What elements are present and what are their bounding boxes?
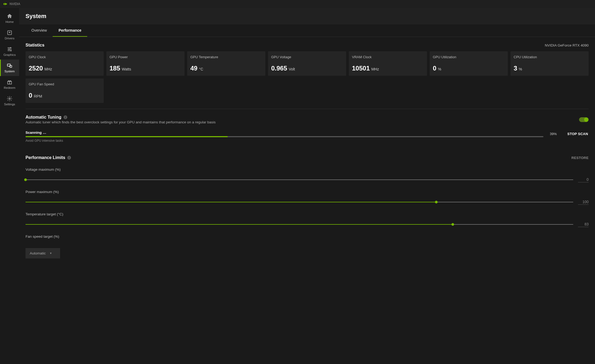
sidebar-item-system[interactable]: System (0, 60, 19, 76)
scan-hint: Avoid GPU intensive tasks (26, 139, 589, 143)
slider-label: Power maximum (%) (26, 190, 589, 194)
power-value[interactable]: 100 (578, 199, 589, 205)
limits-heading: Performance Limits (26, 155, 65, 160)
stat-value: 10501 (352, 65, 370, 72)
automatic-tuning-section: Automatic Tuning i Automatic tuner which… (26, 109, 589, 143)
fan-speed-label: Fan speed target (%) (26, 235, 589, 239)
sidebar-item-label: Redeem (4, 86, 15, 89)
stat-value: 0 (29, 92, 32, 99)
stat-label: GPU Utilization (433, 55, 505, 59)
performance-limits-section: Performance Limits i RESTORE Voltage max… (26, 143, 589, 258)
slider-thumb[interactable] (451, 223, 454, 226)
voltage-value[interactable]: 0 (578, 177, 589, 182)
slider-thumb[interactable] (24, 178, 27, 181)
sliders-icon (7, 46, 12, 52)
automatic-tuning-toggle[interactable] (579, 117, 589, 122)
info-icon[interactable]: i (64, 115, 67, 119)
stat-label: GPU Clock (29, 55, 100, 59)
stat-value: 185 (110, 65, 120, 72)
tuning-heading: Automatic Tuning (26, 115, 61, 120)
scan-status-label: Scanning … (26, 131, 543, 135)
power-slider-group: Power maximum (%) 100 (26, 190, 589, 205)
stat-unit: °C (199, 67, 203, 71)
voltage-slider-group: Voltage maximum (%) 0 (26, 168, 589, 182)
fan-speed-select[interactable]: Automatic ▼ (26, 248, 60, 258)
restore-button[interactable]: RESTORE (571, 156, 589, 160)
sidebar-item-label: Graphics (3, 53, 16, 56)
sidebar: Home Drivers Graphics System Redeem Sett (0, 8, 19, 364)
temperature-value[interactable]: 83 (578, 221, 589, 227)
stat-unit: RPM (34, 94, 42, 98)
chevron-down-icon: ▼ (49, 252, 52, 255)
titlebar-brand: NVIDIA (10, 2, 20, 6)
stat-vram-clock: VRAM Clock 10501 MHz (349, 51, 427, 76)
stat-unit: % (438, 67, 441, 71)
stat-value: 3 (514, 65, 517, 72)
stat-value: 49 (190, 65, 198, 72)
sidebar-item-label: Drivers (5, 37, 14, 40)
stat-value: 0 (433, 65, 436, 72)
stats-grid: GPU Clock 2520 MHz GPU Power 185 Watts G… (26, 51, 589, 103)
power-slider[interactable] (26, 202, 573, 202)
svg-point-1 (10, 47, 11, 48)
gift-icon (7, 79, 12, 85)
statistics-section: Statistics NVIDIA GeForce RTX 4090 GPU C… (26, 37, 589, 109)
sidebar-item-home[interactable]: Home (0, 10, 19, 27)
tab-performance[interactable]: Performance (53, 24, 87, 37)
svg-point-7 (9, 98, 10, 99)
download-box-icon (7, 30, 12, 36)
stat-unit: MHz (44, 67, 52, 71)
page-header: System (19, 8, 595, 24)
sidebar-item-settings[interactable]: Settings (0, 93, 19, 109)
stop-scan-button[interactable]: STOP SCAN (567, 131, 589, 137)
stat-label: GPU Voltage (271, 55, 343, 59)
stat-label: CPU Utilization (514, 55, 585, 59)
stat-label: GPU Power (110, 55, 181, 59)
fan-speed-group: Fan speed target (%) Automatic ▼ (26, 235, 589, 258)
fan-speed-selected: Automatic (30, 251, 46, 255)
gpu-device-name: NVIDIA GeForce RTX 4090 (545, 43, 589, 47)
tuning-description: Automatic tuner which finds the best ove… (26, 120, 216, 124)
stat-label: GPU Temperature (190, 55, 262, 59)
tab-overview[interactable]: Overview (26, 24, 53, 37)
sidebar-item-graphics[interactable]: Graphics (0, 43, 19, 60)
stat-value: 2520 (29, 65, 43, 72)
sidebar-item-label: Home (6, 20, 14, 23)
slider-label: Temperature target (°C) (26, 212, 589, 216)
system-icon (7, 63, 12, 69)
scan-progress-percent: 39% (550, 132, 560, 136)
nvidia-logo-icon (3, 3, 7, 5)
info-icon[interactable]: i (67, 156, 71, 160)
temperature-slider[interactable] (26, 224, 573, 225)
stat-unit: MHz (371, 67, 379, 71)
stat-gpu-utilization: GPU Utilization 0 % (430, 51, 508, 76)
stat-gpu-clock: GPU Clock 2520 MHz (26, 51, 104, 76)
stat-gpu-voltage: GPU Voltage 0.965 Volt (268, 51, 346, 76)
scan-progress-bar (26, 136, 543, 137)
slider-label: Voltage maximum (%) (26, 168, 589, 171)
temperature-slider-group: Temperature target (°C) 83 (26, 212, 589, 227)
scan-progress-fill (26, 136, 228, 137)
voltage-slider[interactable] (26, 179, 573, 180)
svg-point-2 (9, 49, 10, 50)
stat-value: 0.965 (271, 65, 287, 72)
sidebar-item-label: System (5, 70, 15, 73)
sidebar-item-redeem[interactable]: Redeem (0, 76, 19, 93)
slider-thumb[interactable] (435, 201, 438, 203)
stat-gpu-temperature: GPU Temperature 49 °C (187, 51, 265, 76)
stat-gpu-fan-speed: GPU Fan Speed 0 RPM (26, 78, 104, 103)
stat-label: GPU Fan Speed (29, 82, 100, 86)
sidebar-item-drivers[interactable]: Drivers (0, 27, 19, 43)
home-icon (7, 13, 12, 19)
stat-label: VRAM Clock (352, 55, 424, 59)
tabs: Overview Performance (19, 24, 595, 37)
svg-point-3 (11, 50, 12, 51)
stat-gpu-power: GPU Power 185 Watts (106, 51, 185, 76)
sidebar-item-label: Settings (4, 103, 15, 106)
stat-unit: Volt (289, 67, 295, 71)
stat-unit: Watts (122, 67, 131, 71)
gear-icon (7, 96, 12, 102)
stat-cpu-utilization: CPU Utilization 3 % (510, 51, 589, 76)
titlebar: NVIDIA (0, 0, 595, 8)
page-title: System (26, 13, 589, 20)
